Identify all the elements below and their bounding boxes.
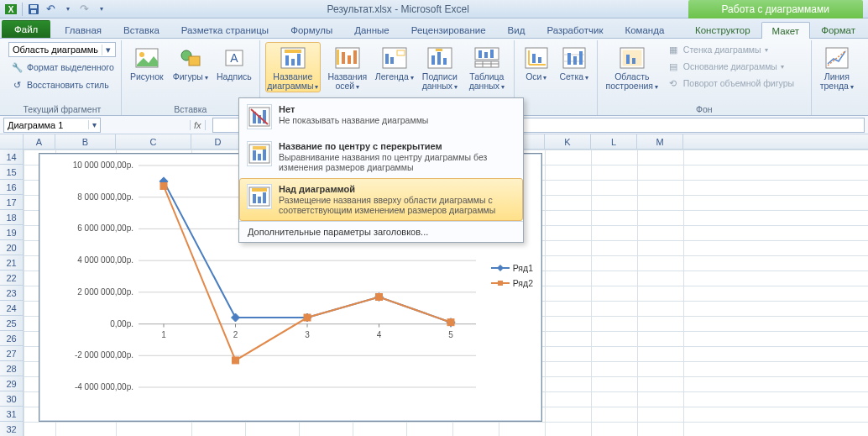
tab-insert[interactable]: Вставка — [112, 21, 170, 38]
svg-text:A: A — [230, 51, 238, 65]
tab-layout[interactable]: Макет — [761, 22, 811, 39]
row-header[interactable]: 22 — [0, 271, 23, 286]
chart-title-button[interactable]: Название диаграммы — [265, 42, 321, 92]
data-table-icon — [473, 45, 500, 71]
tab-developer[interactable]: Разработчик — [536, 21, 614, 38]
column-header[interactable]: C — [116, 134, 191, 149]
row-header[interactable]: 19 — [0, 225, 23, 240]
legend-button[interactable]: Легенда — [374, 42, 415, 83]
gridlines-label: Сетка — [560, 72, 589, 82]
axis-titles-button[interactable]: Названия осей — [324, 42, 371, 92]
svg-rect-100 — [252, 188, 267, 192]
svg-text:8 000 000,00р.: 8 000 000,00р. — [77, 192, 133, 202]
dropdown-more-options[interactable]: Дополнительные параметры заголовков... — [239, 221, 523, 242]
chart-title-dropdown[interactable]: НетНе показывать название диаграммыНазва… — [238, 97, 524, 243]
svg-rect-31 — [478, 50, 482, 58]
tab-review[interactable]: Рецензирование — [400, 21, 497, 38]
reset-style-icon: ↺ — [10, 78, 24, 92]
save-icon[interactable] — [26, 2, 41, 17]
svg-rect-103 — [263, 192, 266, 203]
name-box-input[interactable] — [4, 120, 88, 130]
dropdown-option[interactable]: Название по центру с перекрытиемВыравнив… — [239, 135, 523, 178]
chart-floor-label: Основание диаграммы — [683, 61, 777, 71]
column-header[interactable]: K — [545, 134, 591, 149]
undo-icon[interactable]: ↶ — [43, 2, 58, 17]
tab-formulas[interactable]: Формулы — [280, 21, 343, 38]
chart-legend[interactable]: Ряд1Ряд2 — [491, 263, 533, 293]
chevron-down-icon[interactable]: ▾ — [102, 45, 113, 55]
group-background: Область построения ▦ Стенка диаграммы ▾ … — [598, 40, 812, 115]
column-header[interactable]: B — [55, 134, 116, 149]
select-all-corner[interactable] — [0, 134, 24, 150]
tab-view[interactable]: Вид — [497, 21, 536, 38]
tab-format[interactable]: Формат — [810, 21, 866, 38]
worksheet-grid[interactable]: ABCDEFGHIJKLM 14151617181920212223242526… — [0, 134, 868, 436]
svg-rect-46 — [567, 53, 571, 65]
lines-icon — [860, 45, 868, 71]
undo-dropdown-icon[interactable] — [60, 2, 75, 17]
row-header[interactable]: 14 — [0, 150, 23, 165]
svg-rect-33 — [490, 50, 494, 58]
legend-label: Легенда — [375, 72, 414, 82]
plot-area-button[interactable]: Область построения — [603, 42, 661, 92]
row-header[interactable]: 31 — [0, 407, 23, 422]
row-header[interactable]: 29 — [0, 376, 23, 391]
dropdown-option[interactable]: НетНе показывать название диаграммы — [239, 98, 523, 135]
axis-titles-icon — [334, 45, 361, 71]
row-header[interactable]: 17 — [0, 195, 23, 210]
lines-button[interactable] — [860, 42, 868, 72]
svg-rect-102 — [258, 197, 261, 203]
chart-element-selector-input[interactable] — [9, 45, 102, 55]
trendline-button[interactable]: Линия тренда — [817, 42, 857, 92]
tab-home[interactable]: Главная — [54, 21, 112, 38]
row-header[interactable]: 27 — [0, 346, 23, 361]
customize-qat-icon[interactable] — [93, 2, 108, 17]
textbox-icon: A — [221, 45, 248, 71]
tab-team[interactable]: Команда — [614, 21, 675, 38]
svg-text:3: 3 — [305, 330, 310, 339]
format-selection-button[interactable]: 🔧 Формат выделенного — [8, 60, 116, 75]
redo-icon[interactable]: ↷ — [76, 2, 92, 17]
column-header[interactable]: M — [637, 134, 683, 149]
tab-design[interactable]: Конструктор — [684, 21, 761, 38]
svg-text:4 000 000,00р.: 4 000 000,00р. — [77, 255, 133, 265]
row-header[interactable]: 18 — [0, 210, 23, 225]
picture-button[interactable]: Рисунок — [127, 42, 167, 82]
data-labels-button[interactable]: Подписи данных — [418, 42, 462, 92]
tab-page-layout[interactable]: Разметка страницы — [170, 21, 280, 38]
tab-data[interactable]: Данные — [343, 21, 400, 38]
dropdown-option[interactable]: Над диаграммойРазмещение названия вверху… — [239, 178, 523, 221]
textbox-button[interactable]: A Надпись — [214, 42, 254, 82]
data-table-button[interactable]: Таблица данных — [465, 42, 509, 92]
column-header[interactable]: D — [191, 134, 245, 149]
row-header[interactable]: 21 — [0, 255, 23, 271]
rotation-button: ⟲ Поворот объемной фигуры — [665, 76, 806, 91]
tab-file[interactable]: Файл — [2, 20, 50, 38]
axes-button[interactable]: Оси — [520, 42, 553, 83]
row-header[interactable]: 30 — [0, 391, 23, 407]
fx-icon[interactable]: fx — [190, 120, 206, 130]
chart-element-selector[interactable]: ▾ — [8, 42, 116, 57]
row-header[interactable]: 24 — [0, 301, 23, 316]
row-header[interactable]: 32 — [0, 422, 23, 436]
chart-title-label: Название диаграммы — [267, 72, 318, 92]
row-header[interactable]: 20 — [0, 240, 23, 255]
row-header[interactable]: 16 — [0, 180, 23, 195]
chevron-down-icon[interactable]: ▾ — [88, 120, 100, 129]
row-header[interactable]: 25 — [0, 316, 23, 331]
svg-text:1: 1 — [161, 330, 166, 339]
shapes-button[interactable]: Фигуры — [170, 42, 211, 83]
reset-style-button[interactable]: ↺ Восстановить стиль — [8, 77, 116, 92]
name-box[interactable]: ▾ — [3, 118, 101, 133]
svg-rect-12 — [285, 50, 301, 53]
row-header[interactable]: 28 — [0, 361, 23, 376]
gridlines-button[interactable]: Сетка — [557, 42, 592, 83]
column-header[interactable]: L — [591, 134, 637, 149]
row-header[interactable]: 26 — [0, 331, 23, 346]
row-header[interactable]: 15 — [0, 165, 23, 180]
row-header[interactable]: 23 — [0, 286, 23, 301]
legend-item[interactable]: Ряд2 — [491, 278, 533, 288]
column-header[interactable]: A — [24, 134, 55, 149]
legend-item[interactable]: Ряд1 — [491, 263, 533, 273]
svg-rect-22 — [385, 54, 389, 64]
